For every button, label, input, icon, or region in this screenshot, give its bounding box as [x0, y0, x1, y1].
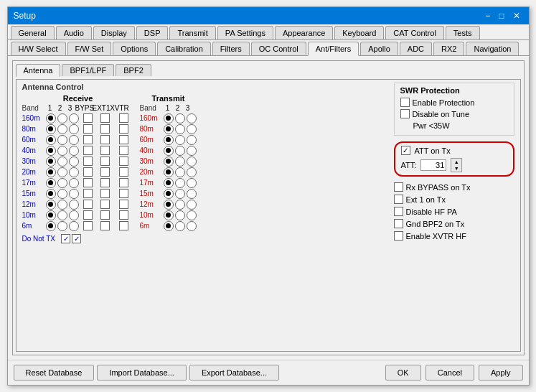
tx-15m-radio-1[interactable] [164, 189, 174, 199]
minimize-button[interactable]: − [482, 10, 493, 22]
tx-10m-radio-3[interactable] [187, 210, 197, 220]
rx-15m-byps-cb[interactable] [83, 189, 93, 198]
rx-30m-radio-3[interactable] [69, 157, 79, 167]
tx-30m-radio-2[interactable] [175, 157, 185, 167]
rx-80m-radio-2[interactable] [57, 124, 67, 134]
rx-17m-radio-1[interactable] [46, 178, 56, 188]
tx-80m-radio-2[interactable] [175, 124, 185, 134]
rx-30m-byps-cb[interactable] [83, 157, 93, 166]
tab-navigation[interactable]: Navigation [466, 42, 519, 55]
tx-80m-radio-1[interactable] [164, 124, 174, 134]
rx-20m-xvtr-cb[interactable] [119, 167, 128, 177]
tx-20m-radio-3[interactable] [187, 167, 197, 177]
tx-160m-radio-1[interactable] [164, 113, 174, 123]
inner-tab-antenna[interactable]: Antenna [16, 64, 61, 77]
rx-80m-ext1-cb[interactable] [100, 124, 110, 134]
rx-17m-radio-3[interactable] [69, 178, 79, 188]
rx-12m-radio-1[interactable] [46, 200, 56, 210]
tab-cat-control[interactable]: CAT Control [385, 26, 444, 39]
tx-15m-radio-3[interactable] [187, 189, 197, 199]
rx-160m-byps-cb[interactable] [83, 113, 93, 123]
tab-keyboard[interactable]: Keyboard [334, 26, 384, 39]
rx-bypass-cb[interactable] [394, 182, 403, 192]
swr-enable-cb[interactable] [400, 98, 410, 107]
rx-30m-radio-2[interactable] [57, 157, 67, 167]
rx-6m-ext1-cb[interactable] [100, 221, 110, 230]
rx-10m-radio-2[interactable] [57, 210, 67, 220]
gnd-bpf2-cb[interactable] [394, 219, 403, 228]
tab-audio[interactable]: Audio [56, 26, 92, 39]
tab-tests[interactable]: Tests [446, 26, 480, 39]
tx-6m-radio-3[interactable] [187, 221, 197, 231]
tx-60m-radio-3[interactable] [187, 135, 197, 145]
do-not-tx-cb-1[interactable] [61, 234, 70, 243]
rx-6m-xvtr-cb[interactable] [119, 221, 128, 230]
rx-80m-byps-cb[interactable] [83, 124, 93, 134]
rx-6m-byps-cb[interactable] [83, 221, 93, 230]
tx-6m-radio-2[interactable] [175, 221, 185, 231]
tab-fw-set[interactable]: F/W Set [67, 42, 112, 55]
rx-10m-radio-1[interactable] [46, 210, 56, 220]
import-database-button[interactable]: Import Database... [97, 365, 187, 381]
tx-60m-radio-2[interactable] [175, 135, 185, 145]
tab-display[interactable]: Display [93, 26, 135, 39]
tab-filters[interactable]: Filters [212, 42, 250, 55]
rx-40m-xvtr-cb[interactable] [119, 146, 128, 155]
swr-disable-cb[interactable] [400, 109, 410, 118]
tx-10m-radio-1[interactable] [164, 210, 174, 220]
rx-20m-byps-cb[interactable] [83, 167, 93, 177]
apply-button[interactable]: Apply [479, 365, 523, 381]
tx-40m-radio-2[interactable] [175, 146, 185, 156]
rx-6m-radio-3[interactable] [69, 221, 79, 231]
rx-80m-radio-3[interactable] [69, 124, 79, 134]
rx-20m-radio-2[interactable] [57, 167, 67, 177]
tx-20m-radio-2[interactable] [175, 167, 185, 177]
tab-options[interactable]: Options [113, 42, 156, 55]
att-spinner-up[interactable]: ▲ [451, 159, 461, 165]
inner-tab-bpf2[interactable]: BPF2 [116, 64, 151, 76]
rx-17m-ext1-cb[interactable] [100, 178, 110, 187]
rx-12m-ext1-cb[interactable] [100, 200, 110, 209]
rx-30m-radio-1[interactable] [46, 157, 56, 167]
att-spinner-down[interactable]: ▼ [451, 165, 461, 172]
rx-10m-byps-cb[interactable] [83, 210, 93, 220]
tab-dsp[interactable]: DSP [136, 26, 169, 39]
rx-30m-xvtr-cb[interactable] [119, 157, 128, 166]
tx-15m-radio-2[interactable] [175, 189, 185, 199]
rx-15m-xvtr-cb[interactable] [119, 189, 128, 198]
disable-hf-cb[interactable] [394, 207, 403, 216]
tab-pa-settings[interactable]: PA Settings [217, 26, 273, 39]
rx-12m-byps-cb[interactable] [83, 200, 93, 209]
rx-17m-byps-cb[interactable] [83, 178, 93, 187]
tx-40m-radio-3[interactable] [187, 146, 197, 156]
rx-160m-xvtr-cb[interactable] [119, 113, 128, 123]
rx-20m-ext1-cb[interactable] [100, 167, 110, 177]
tab-hw-select[interactable]: H/W Select [11, 42, 66, 55]
rx-17m-radio-2[interactable] [57, 178, 67, 188]
tab-apollo[interactable]: Apollo [360, 42, 398, 55]
rx-12m-xvtr-cb[interactable] [119, 200, 128, 209]
rx-17m-xvtr-cb[interactable] [119, 178, 128, 187]
rx-15m-ext1-cb[interactable] [100, 189, 110, 198]
tx-20m-radio-1[interactable] [164, 167, 174, 177]
tab-transmit[interactable]: Transmit [169, 26, 215, 39]
export-database-button[interactable]: Export Database... [189, 365, 279, 381]
rx-40m-radio-2[interactable] [57, 146, 67, 156]
tab-appearance[interactable]: Appearance [275, 26, 333, 39]
att-input[interactable] [420, 159, 446, 171]
tx-17m-radio-2[interactable] [175, 178, 185, 188]
tx-12m-radio-3[interactable] [187, 200, 197, 210]
inner-tab-bpf1lpf[interactable]: BPF1/LPF [62, 64, 114, 76]
tx-40m-radio-1[interactable] [164, 146, 174, 156]
cancel-button[interactable]: Cancel [425, 365, 474, 381]
do-not-tx-cb-2[interactable] [72, 234, 81, 243]
tab-oc-control[interactable]: OC Control [251, 42, 306, 55]
tx-160m-radio-2[interactable] [175, 113, 185, 123]
ok-button[interactable]: OK [385, 365, 421, 381]
rx-6m-radio-2[interactable] [57, 221, 67, 231]
tab-rx2[interactable]: RX2 [433, 42, 464, 55]
tx-30m-radio-1[interactable] [164, 157, 174, 167]
rx-12m-radio-2[interactable] [57, 200, 67, 210]
tab-general[interactable]: General [11, 26, 55, 39]
tx-17m-radio-1[interactable] [164, 178, 174, 188]
